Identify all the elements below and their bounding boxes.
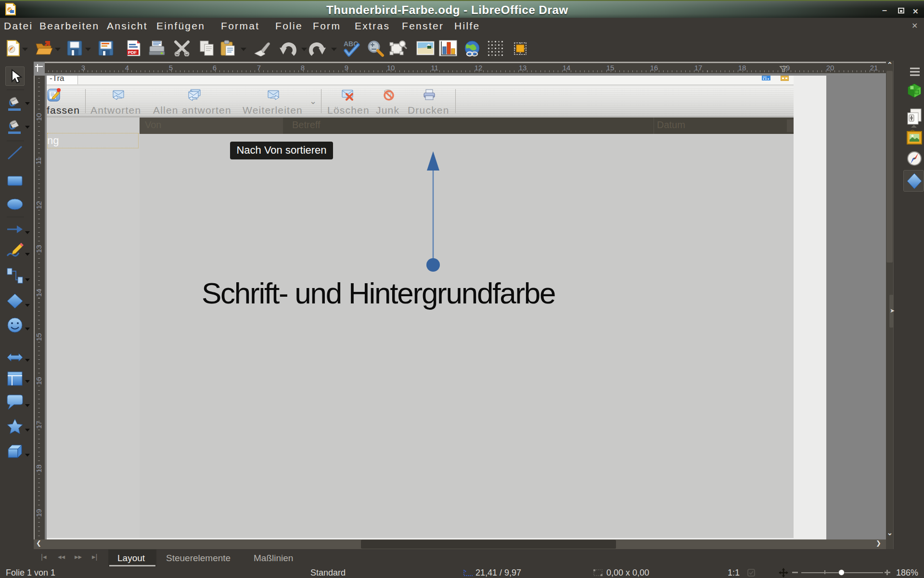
svg-text:PDF: PDF	[128, 50, 137, 55]
